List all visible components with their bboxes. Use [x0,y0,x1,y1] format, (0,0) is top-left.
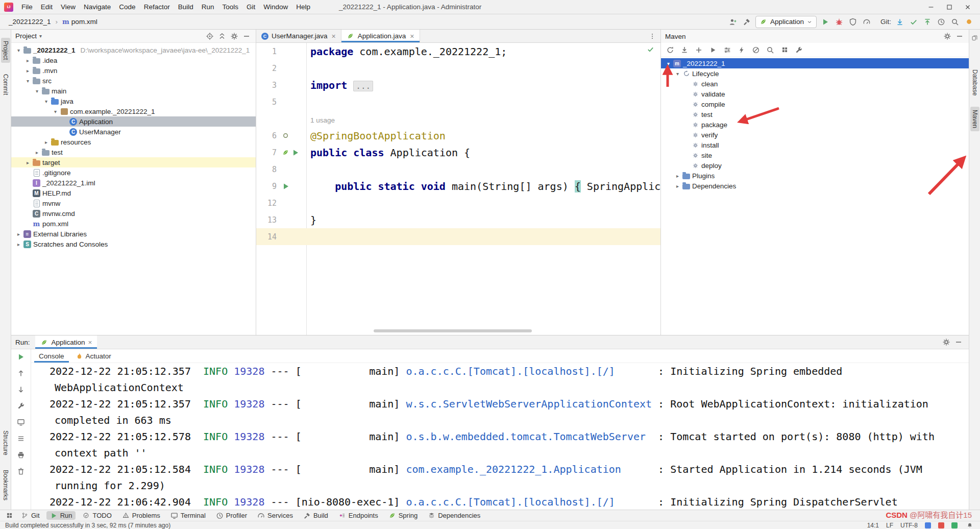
wrench-icon[interactable] [794,45,804,55]
toolwindow-button-build[interactable]: Build [300,511,332,520]
run-config-selector[interactable]: Application [755,16,817,28]
arrow-up-icon[interactable] [922,17,933,27]
toolwindow-button-problems[interactable]: Problems [118,511,164,520]
tool-windows-icon[interactable] [4,511,14,521]
gear-icon[interactable] [941,337,951,347]
code-line[interactable]: 8 [256,161,660,178]
maven-node-deploy[interactable]: deploy [661,160,969,171]
maven-node-clean[interactable]: clean [661,79,969,89]
tool-stripe-database[interactable]: Database [970,66,979,99]
code-line[interactable]: 5 [256,93,660,110]
maven-node-dependencies[interactable]: ▸Dependencies [661,181,969,191]
menu-navigate[interactable]: Navigate [80,2,115,12]
menu-refactor[interactable]: Refactor [140,2,174,12]
download-icon[interactable] [679,45,690,55]
code-line[interactable]: 7public class Application { [256,144,660,161]
chevron-right-icon[interactable]: ▸ [673,173,682,179]
project-node-mvnw-cmd[interactable]: Cmvnw.cmd [11,208,256,219]
project-node-usermanager[interactable]: CUserManager [11,127,256,137]
close-button[interactable] [959,0,977,14]
run-line-icon[interactable] [281,182,290,190]
monitor-icon[interactable] [16,417,26,427]
chevron-right-icon[interactable]: ▸ [23,160,32,165]
console-output[interactable]: 2022-12-22 21:05:12.357 INFO 19328 --- [… [31,363,969,510]
tool-stripe-project[interactable]: Project [1,38,10,63]
chevron-down-icon[interactable]: ▾ [51,109,60,114]
maven-node-20221222-1[interactable]: ▾m_20221222_1 [661,58,969,68]
bug-icon[interactable] [834,17,844,27]
toolwindow-button-services[interactable]: Services [254,511,297,520]
code-line[interactable]: 13} [256,211,660,228]
maven-node-compile[interactable]: compile [661,99,969,109]
menu-tools[interactable]: Tools [218,2,242,12]
collapse-all-icon[interactable] [217,31,227,41]
code-area[interactable]: 1package com.example._20221222_1;23impor… [256,43,660,335]
users-icon[interactable] [728,17,738,27]
toolwindow-button-spring[interactable]: Spring [385,511,422,520]
close-icon[interactable]: × [332,32,336,40]
file-encoding[interactable]: UTF-8 [900,522,918,529]
toolwindow-button-run[interactable]: Run [46,511,76,520]
run-tab-application[interactable]: Application× [35,335,97,349]
chevron-down-icon[interactable]: ▾ [33,88,41,94]
arrow-down-icon[interactable] [16,384,26,395]
grid-icon[interactable] [779,45,790,55]
notification-dot-icon[interactable] [964,17,974,27]
chevron-right-icon[interactable]: ▸ [673,183,682,189]
chevron-down-icon[interactable]: ▾ [673,71,682,77]
project-node-gitignore[interactable]: .gitignore [11,167,256,178]
chevron-right-icon[interactable]: ▸ [33,150,41,155]
caret-position[interactable]: 14:1 [867,522,879,529]
editor-tab-usermanager-java[interactable]: CUserManager.java× [256,30,341,42]
gear-icon[interactable] [942,31,952,41]
project-node-resources[interactable]: ▸resources [11,137,256,147]
gear-icon[interactable] [229,31,239,41]
spring-bean-icon[interactable] [281,148,290,157]
wrench-icon[interactable] [16,401,26,411]
menu-view[interactable]: View [57,2,80,12]
code-line[interactable]: 1package com.example._20221222_1; [256,43,660,60]
menu-git[interactable]: Git [242,2,259,12]
clock-icon[interactable] [936,17,946,27]
offline-mode-icon[interactable] [751,45,761,55]
chevron-down-icon[interactable]: ▾ [23,78,32,84]
search-icon[interactable] [765,45,775,55]
tool-stripe-bookmarks[interactable]: Bookmarks [1,467,10,503]
project-node-mvnw[interactable]: mvnw [11,198,256,208]
hammer-icon[interactable] [742,17,752,27]
maven-node-site[interactable]: site [661,150,969,160]
toolwindow-button-endpoints[interactable]: Endpoints [335,511,382,520]
editor-tab-application-java[interactable]: Application.java× [341,30,420,42]
tool-stripe-structure[interactable]: Structure [1,427,10,459]
toolwindow-button-terminal[interactable]: Terminal [167,511,209,520]
notifications-icon[interactable] [970,33,980,43]
maven-node-test[interactable]: test [661,109,969,119]
project-node-pom-xml[interactable]: mpom.xml [11,219,256,229]
chevron-down-icon[interactable]: ▾ [664,61,673,66]
breadcrumb-pom-xml[interactable]: mpom.xml [60,17,100,27]
project-node-mvn[interactable]: ▸.mvn [11,65,256,76]
maven-node-lifecycle[interactable]: ▾Lifecycle [661,68,969,79]
menu-help[interactable]: Help [292,2,314,12]
code-line[interactable]: 1 usage [256,110,660,127]
printer-icon[interactable] [16,450,26,460]
line-separator[interactable]: LF [886,522,893,529]
maximize-button[interactable] [940,0,959,14]
lightning-icon[interactable] [737,45,747,55]
menu-code[interactable]: Code [115,2,139,12]
maven-node-verify[interactable]: verify [661,130,969,140]
menu-file[interactable]: File [17,2,37,12]
project-node-idea[interactable]: ▸.idea [11,55,256,65]
chevron-right-icon[interactable]: ▸ [14,231,23,237]
clear-all-icon[interactable] [16,466,26,476]
hide-panel-icon[interactable] [954,31,965,41]
bell-icon[interactable] [965,520,975,529]
project-node-20221222-1[interactable]: ▾_20221222_1D:\workspace\workspace_javae… [11,45,256,55]
close-icon[interactable]: × [410,32,414,40]
minimize-button[interactable] [922,0,940,14]
close-icon[interactable]: × [88,339,92,346]
refresh-icon[interactable] [665,45,675,55]
toolwindow-button-todo[interactable]: TODO [79,511,115,520]
plus-icon[interactable] [694,45,704,55]
code-line[interactable]: 12 [256,195,660,211]
